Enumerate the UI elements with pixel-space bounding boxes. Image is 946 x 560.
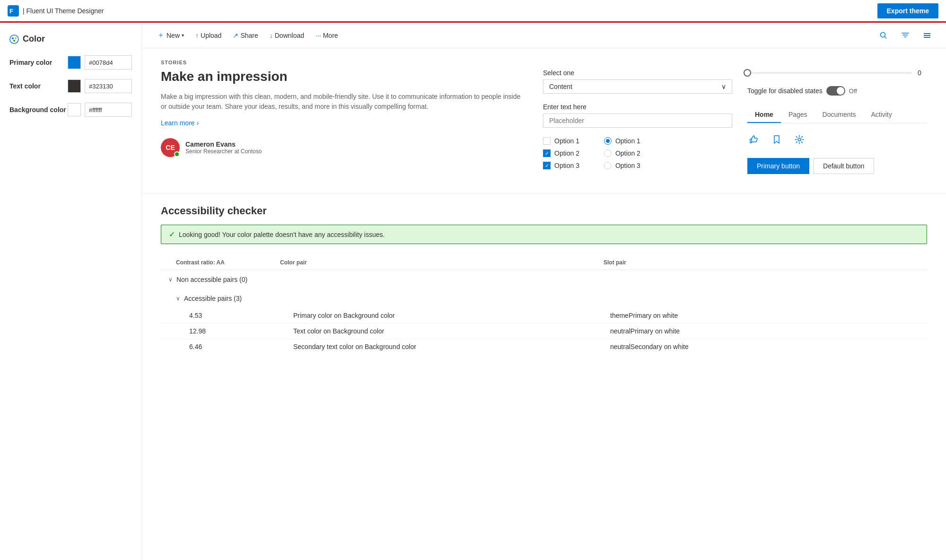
primary-color-swatch[interactable]: [68, 56, 81, 69]
preview-grid: Make an impression Make a big impression…: [161, 69, 927, 174]
checkbox-group: Option 1 ✓ Option 2 ✓ Option 3: [543, 137, 579, 169]
text-color-label: Text color: [9, 82, 68, 90]
share-label: Share: [240, 32, 258, 39]
like-button[interactable]: [747, 133, 761, 149]
person-info: Cameron Evans Senior Researcher at Conto…: [185, 140, 262, 155]
filter-icon: [902, 32, 909, 39]
primary-color-row: Primary color: [9, 55, 132, 70]
plus-icon: ＋: [157, 30, 165, 40]
chevron-down-icon: ▾: [182, 33, 184, 38]
story-column: Make an impression Make a big impression…: [161, 69, 528, 157]
select-label: Select one: [543, 69, 732, 77]
fluent-logo-icon: F: [8, 5, 19, 17]
accessibility-section: Accessibility checker ✓ Looking good! Yo…: [142, 193, 946, 373]
settings-button[interactable]: [793, 133, 806, 149]
color-palette-icon: [9, 35, 19, 44]
checkbox-option3[interactable]: ✓ Option 3: [543, 162, 579, 169]
view-button[interactable]: [920, 30, 935, 41]
search-button[interactable]: [876, 30, 891, 41]
new-button[interactable]: ＋ New ▾: [153, 28, 188, 42]
checkbox-option2[interactable]: ✓ Option 2: [543, 149, 579, 157]
background-color-input[interactable]: [85, 103, 132, 117]
svg-rect-9: [924, 35, 930, 36]
toolbar-left: ＋ New ▾ ↑ Upload ↗ Share ↓ Download ··: [153, 28, 342, 42]
more-button[interactable]: ··· More: [312, 30, 342, 41]
svg-rect-8: [924, 33, 930, 34]
upload-label: Upload: [201, 32, 221, 39]
new-label: New: [166, 32, 180, 39]
person-title: Senior Researcher at Contoso: [185, 148, 262, 155]
text-color-input[interactable]: [85, 79, 132, 93]
text-color-swatch[interactable]: [68, 79, 81, 93]
select-value: Content: [549, 83, 572, 90]
success-icon: ✓: [169, 230, 175, 239]
tab-pages[interactable]: Pages: [781, 107, 815, 123]
upload-button[interactable]: ↑ Upload: [192, 30, 225, 41]
background-color-swatch[interactable]: [68, 103, 81, 116]
settings-icon: [795, 135, 804, 144]
learn-more-link[interactable]: Learn more ›: [161, 119, 528, 127]
default-button[interactable]: Default button: [813, 158, 874, 174]
primary-button[interactable]: Primary button: [747, 158, 809, 174]
export-theme-button[interactable]: Export theme: [877, 3, 938, 18]
learn-more-text: Learn more: [161, 119, 195, 127]
chevron-right-icon: ›: [197, 119, 199, 127]
right-panel: 0 Toggle for disabled states Off Home Pa…: [747, 69, 927, 174]
tab-activity[interactable]: Activity: [863, 107, 899, 123]
layout: Color Primary color Text color Backgroun…: [0, 23, 946, 560]
accessible-label: Accessible pairs (3): [184, 295, 242, 302]
topbar-left: F | Fluent UI Theme Designer: [8, 5, 104, 17]
sidebar-section-title: Color: [9, 34, 132, 44]
pair-1: Primary color on Background color: [293, 312, 610, 319]
filter-button[interactable]: [898, 30, 913, 41]
bookmark-button[interactable]: [770, 133, 783, 149]
checkbox-option1[interactable]: Option 1: [543, 137, 579, 145]
background-color-row: Background color: [9, 103, 132, 117]
text-color-row: Text color: [9, 79, 132, 93]
pair-3: Secondary text color on Background color: [293, 343, 610, 350]
search-icon: [880, 32, 887, 39]
background-color-label: Background color: [9, 106, 68, 114]
non-accessible-section[interactable]: ∨ Non accessible pairs (0): [161, 270, 927, 289]
tab-documents[interactable]: Documents: [815, 107, 864, 123]
svg-rect-10: [924, 37, 930, 38]
radio-circle-1: [604, 137, 612, 145]
primary-color-input[interactable]: [85, 55, 132, 70]
download-button[interactable]: ↓ Download: [266, 30, 308, 41]
slider-track[interactable]: [747, 72, 912, 74]
slider-value: 0: [918, 69, 927, 77]
success-message: Looking good! Your color palette doesn't…: [179, 231, 385, 238]
svg-line-7: [885, 36, 887, 38]
text-input-label: Enter text here: [543, 103, 732, 111]
sidebar: Color Primary color Text color Backgroun…: [0, 23, 142, 560]
nav-tabs: Home Pages Documents Activity: [747, 107, 927, 123]
download-label: Download: [275, 32, 304, 39]
radio-option3[interactable]: Option 3: [604, 162, 640, 169]
table-header: Contrast ratio: AA Color pair Slot pair: [161, 255, 927, 270]
toggle-row: Toggle for disabled states Off: [747, 86, 927, 96]
stories-label: STORIES: [161, 60, 927, 65]
accessible-section[interactable]: ∨ Accessible pairs (3): [161, 289, 927, 308]
chevron-down-icon: ∨: [168, 276, 173, 283]
accessibility-title: Accessibility checker: [161, 205, 927, 217]
text-input[interactable]: [543, 114, 732, 128]
share-icon: ↗: [233, 32, 238, 39]
share-button[interactable]: ↗ Share: [229, 30, 262, 41]
col-header-pair: Color pair: [280, 259, 604, 266]
radio-option2[interactable]: Option 2: [604, 149, 640, 157]
sidebar-color-label: Color: [23, 34, 45, 44]
topbar-title: | Fluent UI Theme Designer: [23, 7, 104, 15]
non-accessible-label: Non accessible pairs (0): [176, 276, 247, 283]
toggle-switch[interactable]: [826, 86, 845, 96]
tab-home[interactable]: Home: [747, 107, 781, 123]
table-row: 12.98 Text color on Background color neu…: [161, 324, 927, 339]
svg-point-5: [13, 40, 15, 42]
slot-2: neutralPrimary on white: [610, 327, 927, 335]
list-icon: [923, 32, 931, 39]
slider-thumb[interactable]: [744, 69, 751, 77]
main-content: ＋ New ▾ ↑ Upload ↗ Share ↓ Download ··: [142, 23, 946, 560]
select-control[interactable]: Content ∨: [543, 79, 732, 94]
slot-3: neutralSecondary on white: [610, 343, 927, 350]
radio-option1[interactable]: Option 1: [604, 137, 640, 145]
more-icon: ···: [315, 32, 321, 39]
